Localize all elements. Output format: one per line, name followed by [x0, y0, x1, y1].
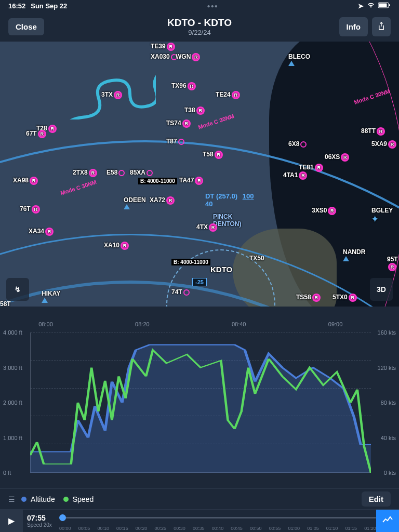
3d-button[interactable]: 3D — [370, 278, 393, 301]
svg-rect-2 — [389, 4, 390, 6]
chart-toggle-button[interactable] — [376, 510, 399, 533]
timeline-tick: 01:20 — [364, 526, 376, 531]
flight-track — [0, 42, 156, 119]
waypoint[interactable]: TX50 — [249, 255, 264, 262]
timeline-tick: 00:10 — [97, 526, 109, 531]
battery-icon — [378, 2, 391, 10]
timeline-tick: 00:40 — [212, 526, 224, 531]
altitude-speed-chart[interactable]: 0 ft1,000 ft2,000 ft3,000 ft4,000 ft0 kt… — [0, 307, 399, 488]
y-right-tick: 160 kts — [378, 329, 396, 336]
altitude-box: B: 4000-11000 — [171, 259, 210, 265]
waypoint[interactable]: WGNR — [176, 53, 200, 61]
altitude-dot — [21, 497, 26, 502]
timeline-tick: 01:15 — [345, 526, 357, 531]
timeline-speed: Speed 20x — [27, 522, 55, 528]
airport-label: PINCKDENTON) — [213, 213, 241, 228]
route-button[interactable]: ↯ — [6, 278, 29, 301]
y-left-tick: 1,000 ft — [3, 435, 22, 441]
waypoint[interactable]: 4TXR — [196, 223, 217, 232]
waypoint[interactable]: 4TA1R — [283, 171, 307, 180]
timeline-tick: 00:45 — [231, 526, 243, 531]
waypoint[interactable]: 67TR — [26, 130, 46, 138]
waypoint[interactable]: E58 — [107, 169, 125, 176]
y-left-tick: 0 ft — [3, 470, 11, 476]
timeline-tick: 01:05 — [307, 526, 319, 531]
y-right-tick: 40 kts — [381, 435, 396, 441]
waypoint[interactable]: TS58R — [296, 294, 321, 302]
y-right-tick: 0 kts — [384, 470, 396, 476]
waypoint[interactable]: XA98R — [13, 177, 38, 185]
waypoint[interactable]: 88TTR — [361, 127, 385, 136]
waypoint[interactable]: NANDR — [343, 248, 365, 263]
x-tick: 08:20 — [135, 321, 150, 327]
waypoint[interactable]: T58R — [203, 151, 223, 159]
waypoint[interactable]: TS74R — [166, 119, 191, 128]
waypoint[interactable]: 95TR — [387, 256, 399, 271]
y-right-tick: 80 kts — [381, 400, 396, 406]
waypoint[interactable]: T87 — [166, 138, 184, 145]
timeline-tick: 01:10 — [326, 526, 338, 531]
route-icon: ↯ — [15, 285, 21, 294]
playback-timeline: ▶ 07:55 Speed 20x 00:0000:0500:1000:1500… — [0, 509, 399, 532]
status-bar: 16:52 Sun Sep 22 ●●● ➤ — [0, 0, 399, 11]
waypoint[interactable]: XA10R — [104, 242, 129, 250]
waypoint[interactable]: 5XA9R — [371, 140, 396, 149]
close-button[interactable]: Close — [8, 18, 44, 35]
waypoint[interactable]: ODEEN — [124, 196, 146, 211]
waypoint[interactable]: 85XA — [130, 169, 153, 176]
altitude-box: B: 4000-11000 — [138, 178, 177, 184]
waypoint[interactable]: HIKAY — [42, 290, 60, 304]
timeline-tick: 00:15 — [116, 526, 128, 531]
waypoint[interactable]: T38R — [184, 107, 205, 115]
status-date: Sun Sep 22 — [31, 2, 67, 10]
timeline-thumb[interactable] — [59, 514, 66, 521]
handle-dots[interactable]: ●●● — [207, 3, 218, 9]
waypoint[interactable]: 2TX8R — [73, 169, 97, 177]
share-button[interactable] — [372, 17, 391, 36]
modec-label: Mode C 30NM — [60, 179, 97, 196]
timeline-track[interactable]: 00:0000:0500:1000:1500:2000:2500:3000:35… — [59, 510, 376, 533]
status-icons: ➤ — [358, 2, 391, 10]
x-tick: 08:00 — [38, 321, 53, 327]
timeline-tick: 00:35 — [193, 526, 205, 531]
svg-rect-1 — [379, 3, 387, 7]
waypoint[interactable]: TE81R — [299, 164, 323, 172]
legend-speed: Speed — [73, 495, 94, 503]
timeline-tick: 00:20 — [136, 526, 148, 531]
waypoint[interactable]: 6X8 — [288, 140, 307, 148]
waypoint[interactable]: XA72R — [150, 196, 175, 205]
waypoint[interactable]: 06XSR — [325, 153, 349, 162]
waypoint[interactable]: 5TX0R — [332, 294, 357, 302]
waypoint[interactable]: BGLEY✦ — [371, 207, 393, 224]
share-icon — [377, 23, 385, 32]
edit-button[interactable]: Edit — [362, 491, 391, 507]
waypoint[interactable]: TE24R — [216, 91, 240, 99]
waypoint[interactable]: 58T — [0, 300, 11, 307]
map-view[interactable]: Mode C 30NM Mode C 30NM Mode C 30NM B: 4… — [0, 42, 399, 307]
play-icon: ▶ — [8, 516, 15, 526]
modec-label: Mode C 30NM — [197, 113, 235, 130]
speed-dot — [63, 497, 69, 502]
timeline-current: 07:55 — [27, 514, 55, 522]
timeline-tick: 00:30 — [174, 526, 185, 531]
waypoint[interactable]: BLECO — [288, 53, 310, 68]
waypoint[interactable]: XA34R — [29, 228, 54, 236]
waypoint[interactable]: 76TR — [20, 205, 40, 214]
waypoint[interactable]: 74T — [171, 288, 190, 296]
chart-legend: ☰ Altitude Speed Edit — [0, 488, 399, 509]
y-right-tick: 120 kts — [378, 365, 396, 371]
waypoint[interactable]: TA47R — [179, 177, 203, 185]
target-marker: -25 — [192, 278, 207, 286]
layers-icon[interactable]: ☰ — [8, 495, 15, 503]
x-tick: 09:00 — [328, 321, 343, 327]
waypoint[interactable]: TE39R — [151, 43, 175, 51]
waypoint[interactable]: 3XS0R — [312, 207, 336, 215]
waypoint[interactable]: 3TXR — [101, 91, 122, 99]
play-button[interactable]: ▶ — [0, 510, 23, 533]
waypoint[interactable]: XA030 — [151, 53, 177, 60]
vor-info[interactable]: DT (257.0) 10040 — [205, 192, 254, 208]
waypoint[interactable]: TX96R — [171, 82, 196, 90]
timeline-tick: 00:55 — [269, 526, 281, 531]
airport-ident[interactable]: KDTO — [210, 265, 232, 274]
info-button[interactable]: Info — [339, 17, 368, 36]
